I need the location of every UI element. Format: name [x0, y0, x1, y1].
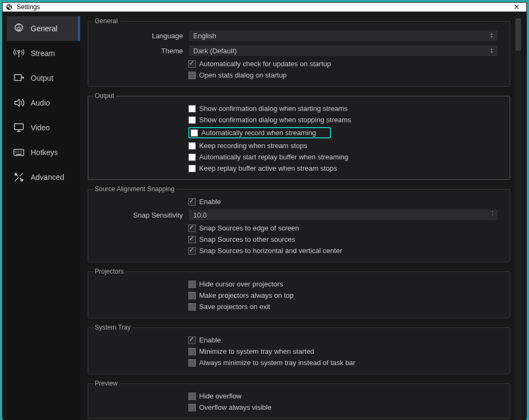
- hide-overflow-checkbox[interactable]: [188, 393, 196, 400]
- tray-enable-label: Enable: [199, 336, 221, 344]
- group-legend: System Tray: [93, 324, 133, 331]
- sidebar-item-label: Stream: [31, 49, 55, 58]
- scrollbar[interactable]: [514, 16, 522, 420]
- snap-sensitivity-spinbox[interactable]: 10.0 ˄˅: [188, 209, 498, 221]
- group-preview: Preview Hide overflow Overflow always vi…: [88, 380, 510, 419]
- snap-enable-label: Enable: [199, 198, 221, 206]
- sidebar-item-stream[interactable]: Stream: [7, 41, 80, 66]
- keyboard-icon: [12, 146, 25, 158]
- close-icon[interactable]: ✕: [509, 3, 524, 11]
- sidebar-item-audio[interactable]: Audio: [7, 90, 80, 115]
- open-stats-label: Open stats dialog on startup: [199, 71, 287, 79]
- auto-record-label: Automatically record when streaming: [201, 129, 316, 137]
- overflow-visible-label: Overflow always visible: [199, 403, 271, 411]
- svg-point-5: [18, 51, 20, 53]
- group-system-tray: System Tray Enable Minimize to system tr…: [88, 324, 510, 374]
- hide-cursor-label: Hide cursor over projectors: [199, 280, 283, 288]
- snap-other-label: Snap Sources to other sources: [199, 235, 295, 243]
- combo-value: Dark (Default): [193, 47, 237, 55]
- settings-window: Settings ✕ General Stream: [2, 2, 527, 418]
- group-legend: General: [93, 17, 120, 25]
- snap-edge-checkbox[interactable]: [188, 225, 196, 232]
- save-exit-label: Save projectors on exit: [199, 303, 270, 311]
- group-legend: Projectors: [93, 268, 126, 275]
- updown-icon: ▲▼: [490, 47, 493, 54]
- sidebar-item-output[interactable]: Output: [7, 66, 80, 90]
- combo-value: English: [193, 32, 216, 40]
- group-snapping: Source Alignment Snapping Enable Snap Se…: [88, 185, 510, 262]
- snap-center-checkbox[interactable]: [188, 247, 196, 255]
- svg-point-3: [10, 5, 11, 6]
- confirm-stop-checkbox[interactable]: [188, 116, 196, 124]
- speaker-icon: [12, 97, 25, 109]
- sidebar-item-label: Output: [31, 74, 53, 82]
- sidebar-item-label: Audio: [31, 99, 50, 107]
- language-combo[interactable]: English ▲▼: [188, 30, 498, 41]
- always-top-label: Make projectors always on top: [199, 291, 294, 299]
- svg-point-2: [9, 7, 11, 9]
- svg-rect-7: [15, 124, 24, 130]
- auto-replay-label: Automatically start replay buffer when s…: [199, 153, 348, 161]
- group-output: Output Show confirmation dialog when sta…: [88, 92, 510, 180]
- sidebar-item-advanced[interactable]: Advanced: [7, 165, 80, 190]
- auto-record-highlight: Automatically record when streaming: [188, 127, 331, 138]
- svg-point-0: [6, 4, 12, 10]
- gear-icon: [12, 23, 25, 34]
- content-scroll[interactable]: General Language English ▲▼ Theme: [82, 16, 513, 420]
- tray-minimize-start-checkbox[interactable]: [188, 348, 196, 355]
- tray-always-minimize-checkbox[interactable]: [188, 359, 196, 367]
- confirm-start-label: Show confirmation dialog when starting s…: [199, 104, 348, 113]
- sidebar-item-video[interactable]: Video: [7, 115, 80, 140]
- updown-icon: ▲▼: [490, 32, 493, 39]
- sidebar: General Stream Output: [7, 16, 80, 420]
- svg-rect-6: [15, 75, 22, 81]
- group-projectors: Projectors Hide cursor over projectors M…: [88, 268, 510, 318]
- auto-update-checkbox[interactable]: [188, 60, 196, 68]
- keep-replay-label: Keep replay buffer active when stream st…: [199, 164, 337, 172]
- group-legend: Output: [93, 92, 116, 100]
- sidebar-item-label: Advanced: [31, 173, 64, 181]
- svg-point-4: [17, 27, 20, 30]
- spinbox-value: 10.0: [193, 211, 207, 219]
- snap-enable-checkbox[interactable]: [188, 198, 196, 206]
- confirm-stop-label: Show confirmation dialog when stopping s…: [199, 116, 351, 124]
- tray-enable-checkbox[interactable]: [188, 337, 196, 344]
- keep-recording-checkbox[interactable]: [188, 142, 196, 150]
- group-legend: Source Alignment Snapping: [93, 185, 177, 193]
- tools-icon: [12, 171, 25, 183]
- monitor-icon: [12, 122, 25, 134]
- snap-sensitivity-label: Snap Sensitivity: [93, 211, 188, 219]
- content-wrap: General Language English ▲▼ Theme: [82, 16, 522, 420]
- overflow-visible-checkbox[interactable]: [188, 404, 196, 411]
- language-label: Language: [93, 32, 188, 40]
- always-top-checkbox[interactable]: [188, 292, 196, 299]
- updown-icon: ˄˅: [491, 212, 493, 218]
- open-stats-checkbox[interactable]: [188, 72, 196, 79]
- snap-other-checkbox[interactable]: [188, 236, 196, 243]
- window-title: Settings: [17, 3, 509, 11]
- antenna-icon: [12, 47, 25, 59]
- confirm-start-checkbox[interactable]: [188, 105, 196, 113]
- sidebar-item-general[interactable]: General: [7, 16, 80, 41]
- titlebar: Settings ✕: [3, 3, 526, 12]
- window-body: General Stream Output: [3, 12, 526, 420]
- svg-point-1: [8, 5, 10, 8]
- save-exit-checkbox[interactable]: [188, 303, 196, 311]
- theme-label: Theme: [93, 47, 188, 55]
- keep-replay-checkbox[interactable]: [188, 165, 196, 172]
- tray-always-minimize-label: Always minimize to system tray instead o…: [199, 359, 355, 367]
- scrollbar-thumb[interactable]: [516, 18, 521, 51]
- output-icon: [12, 72, 25, 84]
- app-icon: [5, 3, 13, 11]
- keep-recording-label: Keep recording when stream stops: [199, 142, 307, 150]
- auto-replay-checkbox[interactable]: [188, 153, 196, 161]
- theme-combo[interactable]: Dark (Default) ▲▼: [188, 45, 498, 57]
- auto-update-label: Automatically check for updates on start…: [199, 60, 331, 68]
- sidebar-item-hotkeys[interactable]: Hotkeys: [7, 140, 80, 165]
- snap-center-label: Snap Sources to horizontal and vertical …: [199, 247, 342, 255]
- sidebar-item-label: General: [31, 24, 58, 33]
- tray-minimize-start-label: Minimize to system tray when started: [199, 347, 314, 355]
- auto-record-checkbox[interactable]: [191, 129, 198, 137]
- main-area: General Stream Output: [3, 12, 526, 420]
- hide-cursor-checkbox[interactable]: [188, 281, 196, 288]
